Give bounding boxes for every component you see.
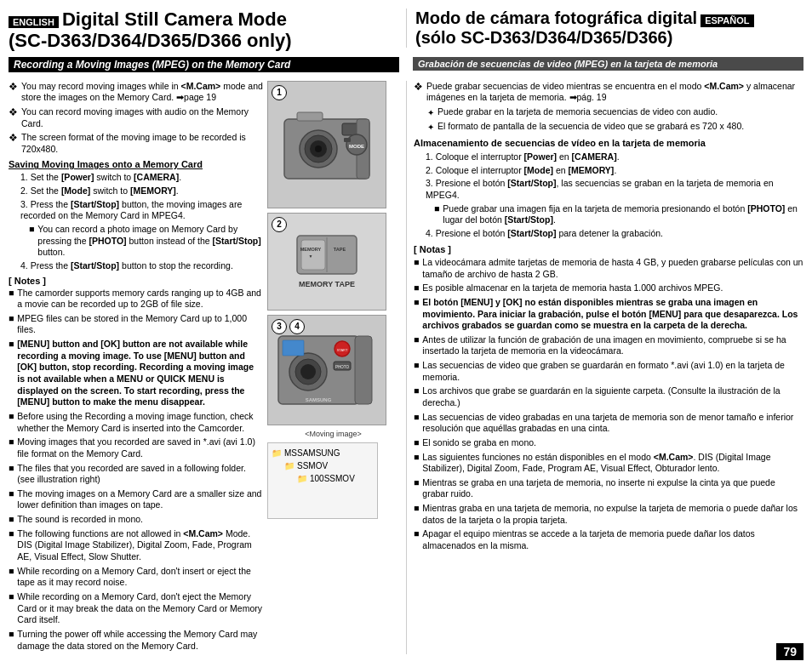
note-9: ■ The following functions are not allowe…	[9, 528, 263, 563]
right-step-3: 3. Presione el botón [Start/Stop], las s…	[426, 178, 803, 201]
content-left: ❖ You may record moving images while in …	[9, 81, 406, 655]
svg-rect-26	[355, 336, 372, 404]
switch-svg: MEMORY ▼ TAPE MEMORY TAPE	[272, 227, 382, 295]
right-saving-heading: Almacenamiento de secuencias de vídeo en…	[414, 137, 803, 149]
english-badge: ENGLISH	[9, 16, 59, 28]
circle-1: 1	[272, 85, 287, 100]
circle-2: 2	[272, 217, 287, 232]
right-note-5: ■ Las secuencias de video que graben se …	[414, 360, 803, 383]
espanol-badge: ESPAÑOL	[700, 14, 753, 27]
note-6: ■ The files that you recorded are saved …	[9, 463, 263, 486]
right-step-2: 2. Coloque el interruptor [Mode] en [MEM…	[426, 165, 803, 177]
page: ENGLISHDigital Still Camera Mode(SC-D363…	[0, 0, 812, 667]
circle-4: 4	[289, 319, 305, 334]
content-right: ❖ Puede grabar secuencias de video mient…	[406, 81, 803, 655]
images-col: 1	[267, 81, 399, 655]
right-note-3: ■ El botón [MENU] y [OK] no están dispon…	[414, 297, 803, 332]
camera-svg-1: MODE	[276, 94, 378, 196]
content-area: ❖ You may record moving images while in …	[9, 81, 803, 655]
left-section-header: Recording a Moving Images (MPEG) on the …	[9, 57, 399, 72]
right-step-4: 4. Presione el botón [Start/Stop] para d…	[426, 228, 803, 240]
svg-point-21	[300, 364, 316, 379]
note-2: ■ MPEG files can be stored in the Memory…	[9, 313, 263, 336]
note-11: ■ While recording on a Memory Card, don'…	[9, 591, 263, 626]
svg-rect-12	[301, 240, 325, 270]
right-note-9: ■ Las siguientes funciones no están disp…	[414, 452, 803, 475]
right-notes-label: [ Notas ]	[414, 243, 803, 255]
note-12: ■ Turning the power off while accessing …	[9, 629, 263, 652]
note-7: ■ The moving images on a Memory Card are…	[9, 488, 263, 511]
right-note-1: ■ La videocámara admite tarjetas de memo…	[414, 257, 803, 280]
bullet-2: ❖ You can record moving images with audi…	[9, 106, 263, 129]
right-steps: 1. Coloque el interruptor [Power] en [CA…	[426, 151, 803, 239]
note-8: ■ The sound is recorded in mono.	[9, 514, 263, 526]
note-5: ■ Moving images that you recorded are sa…	[9, 436, 263, 459]
right-title: Modo de cámara fotográfica digitalESPAÑO…	[415, 9, 754, 48]
header-right: Modo de cámara fotográfica digitalESPAÑO…	[406, 9, 803, 48]
right-note-12: ■ Apagar el equipo mientras se accede a …	[414, 528, 803, 551]
camera-buttons-image: 3 4 START	[267, 315, 386, 425]
left-title: Digital Still Camera Mode(SC-D363/D364/D…	[9, 9, 292, 51]
moving-image-caption: <Moving image>	[267, 430, 399, 438]
right-note-7: ■ Las secuencias de video grabadas en un…	[414, 412, 803, 435]
note-1: ■ The camorder supports memory cards ran…	[9, 288, 263, 311]
right-section-header: Grabación de secuencias de video (MPEG) …	[413, 57, 803, 71]
svg-text:START: START	[336, 348, 347, 352]
right-step-1: 1. Coloque el interruptor [Power] en [CA…	[426, 151, 803, 163]
svg-text:MEMORY  TAPE: MEMORY TAPE	[299, 280, 355, 288]
circle-3: 3	[272, 319, 287, 334]
saving-heading: Saving Moving Images onto a Memory Card	[9, 159, 263, 169]
step-2: 2. Set the [Mode] switch to [MEMORY].	[20, 185, 263, 197]
folder-item-3: 📁 100SSMOV	[297, 472, 374, 485]
camera-image-1: 1	[267, 81, 386, 208]
left-main: ❖ You may record moving images while in …	[9, 81, 399, 655]
step-3-sub: ■ You can record a photo image on Memory…	[20, 224, 263, 259]
bullet-1: ❖ You may record moving images while in …	[9, 81, 263, 104]
right-text-block: ❖ Puede grabar secuencias de video mient…	[414, 81, 803, 552]
svg-point-4	[315, 145, 322, 152]
notes-label: [ Notes ]	[9, 276, 263, 286]
left-text-col: ❖ You may record moving images while in …	[9, 81, 267, 655]
svg-text:▼: ▼	[309, 254, 313, 259]
right-sub-bullet-2: ✦ El formato de pantalla de la secuencia…	[427, 121, 803, 133]
right-bullet-1: ❖ Puede grabar secuencias de video mient…	[414, 81, 803, 104]
step-3: 3. Press the [Start/Stop] button, the mo…	[20, 199, 263, 222]
folder-item-2: 📁 SSMOV	[284, 459, 374, 472]
folder-structure: 📁 MSSAMSUNG 📁 SSMOV 📁 100SSMOV	[267, 442, 378, 519]
note-3: ■ [MENU] button and [OK] button are not …	[9, 339, 263, 408]
page-number: 79	[776, 643, 803, 660]
right-note-2: ■ Es posible almacenar en la tarjeta de …	[414, 282, 803, 294]
folder-item-1: 📁 MSSAMSUNG	[272, 447, 374, 459]
notes-section: [ Notes ] ■ The camorder supports memory…	[9, 276, 263, 653]
step-1: 1. Set the [Power] switch to [CAMERA].	[20, 172, 263, 184]
svg-rect-7	[297, 112, 323, 121]
note-10: ■ While recording on a Memory Card, don'…	[9, 566, 263, 589]
right-note-11: ■ Mientras graba en una tarjeta de memor…	[414, 503, 803, 526]
step-4: 4. Press the [Start/Stop] button to stop…	[20, 260, 263, 272]
steps-list: 1. Set the [Power] switch to [CAMERA]. 2…	[20, 172, 263, 271]
svg-text:PHOTO: PHOTO	[335, 365, 349, 369]
header-left: ENGLISHDigital Still Camera Mode(SC-D363…	[9, 9, 406, 52]
right-note-10: ■ Mientras se graba en una tarjeta de me…	[414, 477, 803, 500]
right-note-8: ■ El sonido se graba en mono.	[414, 437, 803, 449]
svg-rect-10	[344, 138, 351, 142]
right-step3-sub: ■ Puede grabar una imagen fija en la tar…	[426, 203, 803, 226]
svg-text:MEMORY: MEMORY	[300, 247, 322, 252]
right-note-4: ■ Antes de utilizar la función de grabac…	[414, 334, 803, 357]
svg-rect-27	[283, 340, 304, 356]
camera-svg-2: START PHOTO SAMSUNG	[270, 319, 385, 421]
switch-image-2: 2 MEMORY ▼	[267, 213, 386, 311]
right-notes-section: [ Notas ] ■ La videocámara admite tarjet…	[414, 243, 803, 552]
right-note-6: ■ Los archivos que grabe se guardarán en…	[414, 385, 803, 408]
svg-text:MODE: MODE	[349, 144, 364, 149]
right-sub-bullet-1: ✦ Puede grabar en la tarjeta de memoria …	[427, 106, 803, 118]
header-right-top: Modo de cámara fotográfica digitalESPAÑO…	[415, 9, 803, 48]
svg-text:SAMSUNG: SAMSUNG	[305, 397, 331, 402]
note-4: ■ Before using the Recording a moving im…	[9, 411, 263, 434]
svg-text:TAPE: TAPE	[334, 247, 346, 252]
bullet-3: ❖ The screen format of the moving image …	[9, 132, 263, 155]
header: ENGLISHDigital Still Camera Mode(SC-D363…	[9, 9, 803, 52]
